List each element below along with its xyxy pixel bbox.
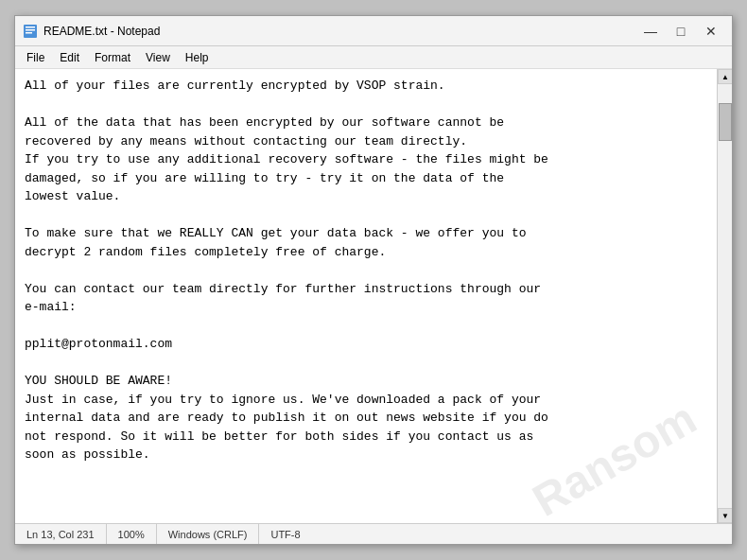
app-icon — [23, 24, 38, 39]
title-bar: README.txt - Notepad — □ ✕ — [15, 16, 732, 46]
svg-rect-2 — [26, 29, 35, 31]
line-ending: Windows (CRLF) — [157, 524, 260, 544]
editor-area: Ransom ▲ ▼ — [15, 69, 732, 523]
scroll-down-arrow[interactable]: ▼ — [718, 508, 732, 523]
svg-rect-1 — [26, 26, 35, 28]
svg-rect-3 — [26, 32, 32, 34]
menu-edit[interactable]: Edit — [52, 49, 87, 66]
notepad-window: README.txt - Notepad — □ ✕ File Edit For… — [14, 15, 733, 545]
menu-format[interactable]: Format — [87, 49, 138, 66]
scroll-up-arrow[interactable]: ▲ — [718, 69, 732, 84]
scroll-thumb[interactable] — [719, 103, 732, 141]
vertical-scrollbar[interactable]: ▲ ▼ — [717, 69, 732, 523]
maximize-button[interactable]: □ — [668, 22, 694, 41]
menu-file[interactable]: File — [19, 49, 52, 66]
encoding: UTF-8 — [259, 524, 311, 544]
zoom-level: 100% — [107, 524, 157, 544]
window-controls: — □ ✕ — [637, 22, 724, 41]
window-title: README.txt - Notepad — [43, 25, 637, 38]
status-bar: Ln 13, Col 231 100% Windows (CRLF) UTF-8 — [15, 523, 732, 544]
menu-bar: File Edit Format View Help — [15, 46, 732, 69]
minimize-button[interactable]: — — [637, 22, 664, 41]
menu-help[interactable]: Help — [178, 49, 217, 66]
menu-view[interactable]: View — [138, 49, 178, 66]
close-button[interactable]: ✕ — [698, 22, 724, 41]
cursor-position: Ln 13, Col 231 — [15, 524, 107, 544]
text-editor[interactable] — [15, 69, 717, 523]
